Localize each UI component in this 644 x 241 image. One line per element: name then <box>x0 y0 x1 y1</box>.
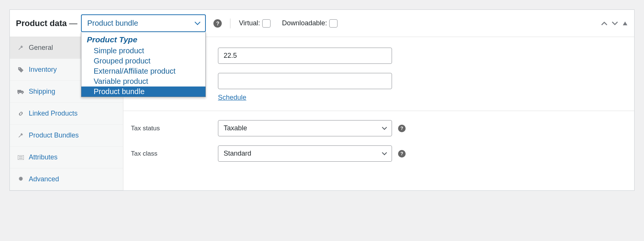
gear-icon <box>17 176 24 182</box>
tax-status-row: Tax status Taxable ? <box>123 116 634 141</box>
virtual-option: Virtual: <box>239 19 271 28</box>
panel-title: Product data <box>16 19 67 28</box>
sidebar-item-label: Inventory <box>29 66 57 74</box>
link-icon <box>17 111 24 117</box>
sidebar-item-label: Product Bundles <box>29 131 79 139</box>
product-type-display[interactable]: Product bundle <box>81 14 206 32</box>
help-icon[interactable]: ? <box>398 125 406 132</box>
downloadable-checkbox[interactable] <box>329 19 338 28</box>
dropdown-item-simple[interactable]: Simple product <box>81 46 205 56</box>
dropdown-item-variable[interactable]: Variable product <box>81 76 205 87</box>
tax-status-select[interactable]: Taxable <box>218 120 392 136</box>
title-separator: — <box>69 19 77 28</box>
tax-class-label: Tax class <box>131 150 218 158</box>
move-up-icon[interactable] <box>601 21 608 26</box>
chevron-down-icon <box>382 127 387 130</box>
dropdown-group-label: Product Type <box>81 32 205 46</box>
tax-class-row: Tax class Standard ? <box>123 141 634 166</box>
product-type-selected-text: Product bundle <box>87 19 138 27</box>
sidebar-item-label: General <box>29 44 53 52</box>
help-icon[interactable]: ? <box>398 150 406 158</box>
sidebar-item-label: Advanced <box>29 175 59 183</box>
dropdown-item-grouped[interactable]: Grouped product <box>81 56 205 66</box>
product-type-select[interactable]: Product bundle Product Type Simple produ… <box>81 14 206 32</box>
schedule-link[interactable]: Schedule <box>218 94 246 108</box>
sidebar-item-label: Linked Products <box>29 110 78 117</box>
section-separator <box>123 111 634 111</box>
help-icon[interactable]: ? <box>213 19 222 28</box>
sidebar-item-label: Attributes <box>29 153 58 161</box>
sidebar-item-linked[interactable]: Linked Products <box>10 103 123 125</box>
sidebar-item-label: Shipping <box>29 88 55 96</box>
product-data-panel: Product data — Product bundle Product Ty… <box>9 9 635 191</box>
virtual-label: Virtual: <box>239 19 260 27</box>
wrench-icon <box>17 45 24 51</box>
tax-status-value: Taxable <box>224 124 247 132</box>
move-down-icon[interactable] <box>611 21 618 26</box>
header-actions <box>601 21 628 26</box>
downloadable-label: Downloadable: <box>282 19 327 27</box>
wrench-icon <box>17 133 24 139</box>
downloadable-option: Downloadable: <box>282 19 338 28</box>
sidebar-item-bundles[interactable]: Product Bundles <box>10 125 123 147</box>
tag-icon <box>17 67 24 73</box>
tax-status-label: Tax status <box>131 125 218 132</box>
svg-rect-0 <box>18 155 24 160</box>
truck-icon <box>17 89 24 94</box>
panel-header: Product data — Product bundle Product Ty… <box>10 10 634 37</box>
virtual-checkbox[interactable] <box>262 19 271 28</box>
toggle-icon[interactable] <box>622 21 628 26</box>
chevron-down-icon <box>194 22 201 25</box>
product-type-dropdown: Product Type Simple product Grouped prod… <box>81 32 206 97</box>
sidebar-item-attributes[interactable]: Attributes <box>10 147 123 168</box>
sidebar-item-advanced[interactable]: Advanced <box>10 168 123 190</box>
chevron-down-icon <box>382 152 387 155</box>
dropdown-item-bundle[interactable]: Product bundle <box>81 87 205 97</box>
regular-price-input[interactable] <box>218 48 392 64</box>
dropdown-item-external[interactable]: External/Affiliate product <box>81 66 205 76</box>
tax-class-select[interactable]: Standard <box>218 145 392 162</box>
list-icon <box>17 155 24 160</box>
separator <box>230 19 230 28</box>
tax-class-value: Standard <box>224 150 251 157</box>
sale-price-input[interactable] <box>218 73 392 89</box>
